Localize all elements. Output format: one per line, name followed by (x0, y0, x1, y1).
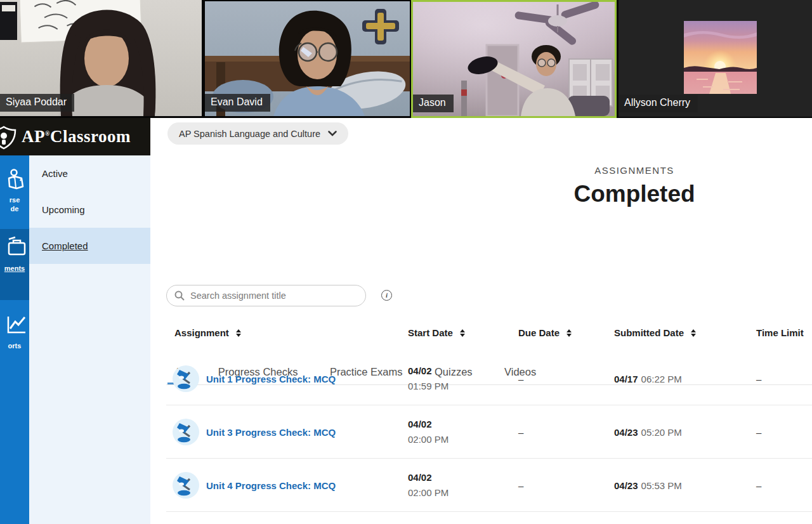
time-limit-cell: – (756, 426, 761, 437)
app-header: AP®Classroom (0, 118, 150, 155)
time-limit-cell: – (756, 480, 761, 490)
app-logo[interactable]: AP®Classroom (22, 127, 131, 147)
start-date-cell: 04/02 01:59 PM (408, 364, 449, 394)
column-header-assignment[interactable]: Assignment (174, 327, 241, 338)
participant-name: Allyson Cherry (619, 95, 698, 112)
due-date-cell: – (518, 480, 523, 490)
avatar (684, 21, 757, 94)
video-tile-siyaa[interactable]: Siyaa Poddar (0, 0, 202, 116)
video-tile-jason-active-speaker[interactable]: Jason (411, 0, 617, 118)
page-eyebrow: ASSIGNMENTS (444, 165, 812, 176)
rail-label: orts (0, 341, 29, 350)
participant-name: Jason (413, 95, 454, 112)
sort-icon (691, 329, 696, 337)
nav-rail: rsede ments orts (0, 155, 29, 524)
submitted-date-cell: 04/2305:53 PM (614, 480, 682, 490)
column-header-due-date[interactable]: Due Date (518, 327, 572, 338)
sidebar-item-reports[interactable]: orts (0, 308, 29, 377)
page-heading: ASSIGNMENTS Completed (444, 165, 812, 207)
lamp-icon (173, 365, 199, 392)
assignment-link[interactable]: Unit 3 Progress Check: MCQ (206, 426, 336, 437)
sort-icon (236, 329, 241, 337)
column-header-submitted-date[interactable]: Submitted Date (614, 327, 696, 338)
sidebar-item-course-guide[interactable]: rsede (0, 163, 29, 233)
chevron-down-icon (328, 131, 337, 136)
info-icon[interactable]: i (381, 290, 392, 301)
search-input[interactable] (190, 291, 349, 301)
time-limit-cell: – (756, 373, 761, 384)
table-row: Unit 4 Progress Check: MCQ 04/02 02:00 P… (166, 459, 812, 512)
start-date-cell: 04/02 02:00 PM (408, 417, 449, 447)
table-row: Unit 1 Progress Check: MCQ 04/02 01:59 P… (166, 352, 812, 405)
video-tile-allyson-camera-off[interactable]: Allyson Cherry (619, 0, 812, 117)
assignment-link[interactable]: Unit 1 Progress Check: MCQ (206, 373, 336, 384)
due-date-cell: – (518, 373, 523, 384)
rail-label: ments (0, 264, 29, 273)
main-content: AP Spanish Language and Culture ASSIGNME… (150, 118, 812, 524)
table-row: Unit 3 Progress Check: MCQ 04/02 02:00 P… (166, 405, 812, 459)
submenu-item-completed[interactable]: Completed (29, 228, 150, 264)
course-selector-value: AP Spanish Language and Culture (179, 129, 320, 139)
reports-chart-icon (5, 314, 28, 336)
assignments-briefcase-icon (5, 235, 28, 258)
due-date-cell: – (518, 426, 523, 437)
page-title: Completed (444, 181, 812, 207)
video-tile-evan[interactable]: Evan David (205, 1, 410, 116)
submenu-item-upcoming[interactable]: Upcoming (29, 192, 150, 228)
submenu-item-active[interactable]: Active (29, 155, 150, 192)
video-strip: Siyaa Poddar (0, 0, 812, 118)
column-header-start-date[interactable]: Start Date (408, 327, 465, 338)
search-box (166, 285, 366, 306)
participant-name: Siyaa Poddar (0, 94, 74, 112)
sort-icon (566, 329, 572, 337)
sidebar-item-assignments[interactable]: ments (0, 229, 29, 300)
ap-shield-logo-icon (0, 126, 16, 150)
start-date-cell: 04/02 02:00 PM (408, 470, 449, 501)
lamp-icon (173, 419, 199, 445)
assignments-submenu: Active Upcoming Completed (29, 155, 150, 524)
submitted-date-cell: 04/2305:20 PM (614, 426, 682, 437)
course-selector-dropdown[interactable]: AP Spanish Language and Culture (167, 122, 348, 145)
sort-icon (460, 329, 465, 337)
lamp-icon (173, 472, 199, 499)
search-icon (174, 291, 185, 301)
rail-label: rsede (0, 195, 29, 213)
column-header-time-limit: Time Limit (756, 327, 804, 338)
course-guide-map-icon (6, 168, 27, 190)
participant-name: Evan David (205, 94, 270, 112)
table-header: Assignment Start Date Due Date Submitted… (150, 327, 812, 346)
assignment-link[interactable]: Unit 4 Progress Check: MCQ (206, 480, 336, 490)
submitted-date-cell: 04/1706:22 PM (614, 373, 682, 384)
